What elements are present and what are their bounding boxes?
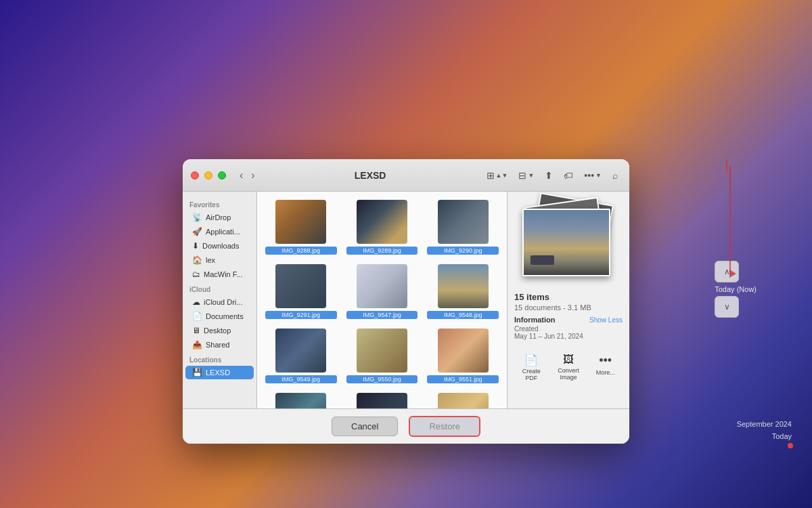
file-label: IMG_9551.jpg [427,375,499,383]
share-button[interactable]: ⬆ [541,169,556,182]
file-item[interactable]: IMG_9549.jpg [263,326,340,386]
nav-arrows: ‹ › [237,168,258,183]
file-thumbnail [438,200,489,244]
file-grid: IMG_9288.jpgIMG_9289.jpgIMG_9290.jpgIMG_… [257,192,508,408]
sidebar-item-label: LEXSD [206,368,230,377]
sidebar-item-desktop[interactable]: 🖥 Desktop [185,324,254,337]
forward-button[interactable]: › [248,168,257,183]
file-label: IMG_9550.jpg [346,375,418,383]
show-less-link[interactable]: Show Less [589,316,623,324]
item-sub: 15 documents - 3.1 MB [514,303,623,312]
image-icon: 🖼 [563,354,574,366]
file-thumbnail [275,200,326,244]
convert-image-button[interactable]: 🖼 Convert Image [551,351,586,384]
documents-icon: 📄 [192,312,202,321]
file-item[interactable]: IMG_9288.jpg [263,197,340,257]
down-arrow-icon: ∨ [724,302,730,312]
grid-view-button[interactable]: ⊞ ▲▼ [483,169,512,182]
file-item[interactable]: IMG_9289.jpg [344,197,421,257]
search-button[interactable]: ⌕ [609,169,621,182]
locations-label: Locations [183,352,256,365]
home-icon: 🏠 [192,255,202,265]
item-count: 15 items [514,292,623,302]
sidebar-item-shared[interactable]: 📤 Shared [185,338,254,352]
sidebar-item-label: Downloads [202,242,239,250]
maximize-button[interactable] [218,171,226,179]
today-indicator-dot [788,443,793,448]
file-item[interactable]: IMG_9291.jpg [263,261,340,322]
timeline-down-button[interactable]: ∨ [715,296,739,318]
file-label: IMG_9547.jpg [346,311,418,319]
sidebar: Favorites 📡 AirDrop 🚀 Applicati... ⬇ Dow… [183,192,257,408]
chevron-icon: ▼ [595,172,602,179]
file-thumbnail [275,329,326,373]
create-pdf-button[interactable]: 📄 Create PDF [514,351,549,384]
today-label: Today [772,432,792,440]
preview-actions: 📄 Create PDF 🖼 Convert Image ••• More... [514,351,623,384]
sidebar-item-label: Documents [206,312,244,320]
file-item[interactable]: IMG_9548.jpg [424,261,501,322]
more-actions-button[interactable]: ••• More... [588,351,623,384]
preview-image-stack [514,198,623,287]
airdrop-icon: 📡 [192,213,202,222]
sidebar-item-applications[interactable]: 🚀 Applicati... [185,225,254,238]
red-indicator-line [729,166,731,274]
sep-label: September 2024 [737,420,792,428]
finder-window: ‹ › LEXSD ⊞ ▲▼ ⊟ ▼ ⬆ 🏷 ••• ▼ ⌕ [183,159,629,444]
sidebar-item-lex[interactable]: 🏠 lex [185,253,254,267]
file-thumbnail [438,329,489,373]
file-label: IMG_9549.jpg [265,375,337,383]
icloud-label: iCloud [183,282,256,295]
favorites-label: Favorites [183,197,256,210]
close-button[interactable] [191,171,199,179]
street-scene [524,210,609,275]
created-label: Created [514,325,539,333]
file-item[interactable]: IMG_9547.jpg [344,261,421,322]
sidebar-item-documents[interactable]: 📄 Documents [185,310,254,323]
sidebar-item-downloads[interactable]: ⬇ Downloads [185,239,254,253]
file-item[interactable]: IMG_9550.jpg [344,326,421,386]
cancel-button[interactable]: Cancel [332,417,398,436]
file-thumbnail [357,393,407,408]
share-icon: ⬆ [545,170,553,181]
sidebar-item-macwin[interactable]: 🗂 MacWin F... [185,268,254,281]
search-icon: ⌕ [612,170,618,181]
folder-icon: 🗂 [192,270,200,279]
file-label: IMG_9289.jpg [346,247,418,255]
back-button[interactable]: ‹ [237,168,246,183]
convert-image-label: Convert Image [553,367,585,381]
drive-icon: 💾 [192,368,202,377]
minimize-button[interactable] [204,171,212,179]
finder-body: Favorites 📡 AirDrop 🚀 Applicati... ⬇ Dow… [183,192,629,408]
sidebar-item-lexsd[interactable]: 💾 LEXSD [185,366,254,379]
chevron-down-icon: ▼ [528,172,534,179]
file-item[interactable]: IMG_9552.jpg [263,390,340,408]
info-label: Information [514,316,556,324]
file-label: IMG_9291.jpg [265,311,337,319]
stack-image-main [522,209,610,276]
sidebar-item-label: lex [206,256,215,264]
bottom-bar: Cancel Restore [183,408,629,444]
sidebar-item-icloud[interactable]: ☁ iCloud Dri... [185,295,254,309]
file-item[interactable]: IMG_9290.jpg [424,197,501,257]
file-label: IMG_9290.jpg [427,247,499,255]
chevron-up-icon: ▲▼ [496,172,508,179]
red-arrowhead [729,270,736,278]
file-item[interactable]: IMG_9553.jpg [344,390,421,408]
more-button[interactable]: ••• ▼ [581,169,605,182]
more-actions-icon: ••• [599,354,612,368]
sidebar-item-airdrop[interactable]: 📡 AirDrop [185,211,254,224]
preview-meta: 15 items 15 documents - 3.1 MB Informati… [514,292,623,343]
file-thumbnail [357,329,407,373]
grid-icon: ⊞ [487,170,495,181]
file-label: IMG_9548.jpg [427,311,499,319]
sidebar-item-label: Applicati... [206,228,240,236]
file-item[interactable]: IMG_9551.jpg [424,326,501,386]
restore-button[interactable]: Restore [409,416,480,437]
list-view-button[interactable]: ⊟ ▼ [515,169,537,182]
file-item[interactable]: IMG_9554.jpg [424,390,501,408]
sidebar-item-label: MacWin F... [204,270,242,278]
tag-button[interactable]: 🏷 [560,169,577,182]
tag-icon: 🏷 [564,170,573,181]
file-thumbnail [275,393,326,408]
